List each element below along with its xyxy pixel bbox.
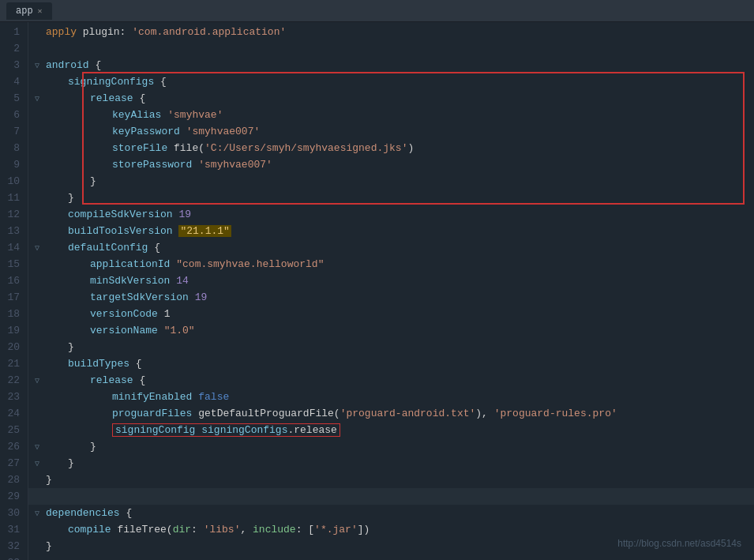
- code-line-6: keyAlias 'smyhvae': [28, 107, 754, 123]
- code-line-18: versionCode 1: [28, 306, 754, 322]
- code-line-4: signingConfigs {: [28, 73, 754, 90]
- code-line-22: ▽ release {: [28, 372, 754, 389]
- code-line-10: }: [28, 173, 754, 190]
- code-line-3: ▽ android {: [28, 57, 754, 73]
- code-line-8: storeFile file('C:/Users/smyh/smyhvaesig…: [28, 140, 754, 156]
- tab-close-icon[interactable]: ✕: [38, 6, 43, 16]
- watermark: http://blog.csdn.net/asd4514s: [617, 538, 741, 549]
- editor: 1 2 3 4 5 6 7 8 9 10 11 12 13 14 15 16 1…: [0, 22, 754, 560]
- code-line-24: proguardFiles getDefaultProguardFile('pr…: [28, 405, 754, 422]
- title-bar: app ✕: [0, 0, 754, 22]
- code-line-16: minSdkVersion 14: [28, 272, 754, 289]
- editor-tab[interactable]: app ✕: [6, 2, 52, 20]
- code-line-1: apply plugin: 'com.android.application': [28, 24, 754, 40]
- code-line-11: }: [28, 190, 754, 206]
- code-line-27: ▽ }: [28, 455, 754, 472]
- code-line-14: ▽ defaultConfig {: [28, 239, 754, 256]
- code-line-9: storePassword 'smyhvae007': [28, 156, 754, 173]
- code-line-33: [28, 554, 754, 560]
- code-line-15: applicationId "com.smyhvae.helloworld": [28, 256, 754, 272]
- code-line-29: [28, 488, 754, 505]
- code-line-7: keyPassword 'smyhvae007': [28, 123, 754, 140]
- code-line-26: ▽ }: [28, 438, 754, 455]
- line-numbers: 1 2 3 4 5 6 7 8 9 10 11 12 13 14 15 16 1…: [0, 22, 28, 560]
- tab-label: app: [16, 6, 33, 17]
- code-line-30: ▽ dependencies {: [28, 505, 754, 521]
- code-line-25: signingConfig signingConfigs.release: [28, 422, 754, 438]
- code-line-23: minifyEnabled false: [28, 389, 754, 405]
- code-line-28: }: [28, 472, 754, 488]
- code-line-21: buildTypes {: [28, 355, 754, 372]
- code-line-17: targetSdkVersion 19: [28, 289, 754, 306]
- code-line-2: [28, 40, 754, 57]
- code-line-12: compileSdkVersion 19: [28, 206, 754, 223]
- code-line-19: versionName "1.0": [28, 322, 754, 339]
- code-line-13: buildToolsVersion "21.1.1": [28, 223, 754, 239]
- code-line-31: compile fileTree(dir: 'libs', include: […: [28, 521, 754, 538]
- code-line-20: }: [28, 339, 754, 355]
- code-area[interactable]: apply plugin: 'com.android.application' …: [28, 22, 754, 560]
- code-line-5: ▽ release {: [28, 90, 754, 107]
